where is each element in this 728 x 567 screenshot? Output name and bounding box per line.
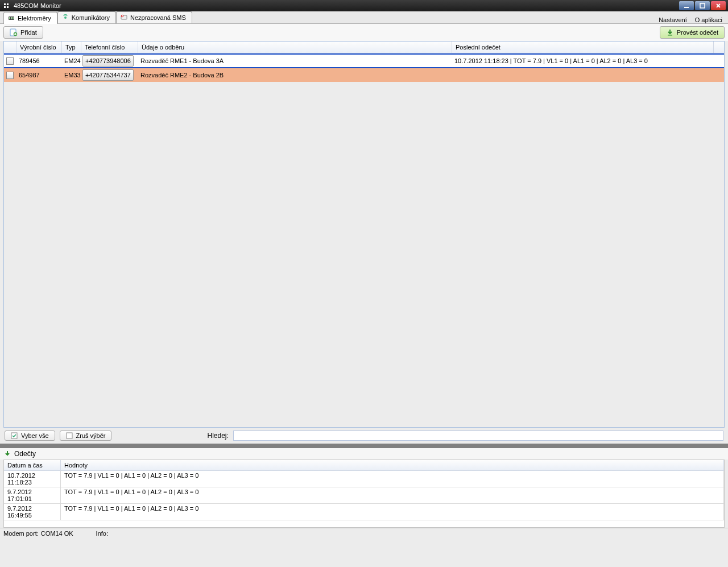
window-title: 485COM Monitor [14,2,679,9]
col-spacer [714,42,724,53]
menu-bar: Nastavení O aplikaci [659,16,728,23]
svg-point-6 [64,16,67,19]
tab-komunikatory[interactable]: Komunikátory [57,11,116,23]
do-reading-button[interactable]: Provést odečet [660,26,725,39]
checkbox-icon[interactable] [6,57,14,65]
select-all-button[interactable]: Vyber vše [5,431,55,441]
readings-header: Odečty [0,448,728,460]
meters-grid: Výrobní číslo Typ Telefonní číslo Údaje … [3,41,725,428]
clear-selection-label: Zruš výběr [76,432,106,439]
tab-bar: Elektroměry Komunikátory Nezpracovaná SM… [0,11,728,24]
cell-datetime: 9.7.2012 17:01:01 [4,487,61,503]
col-serial[interactable]: Výrobní číslo [16,42,62,53]
cell-info: Rozvaděč RME2 - Budova 2B [138,68,452,82]
svg-rect-5 [13,17,14,19]
download-icon [3,450,11,458]
svg-rect-4 [11,17,12,19]
tab-label: Komunikátory [72,14,110,21]
cell-serial: 789456 [16,55,62,67]
svg-rect-3 [9,17,10,19]
status-modem-label: Modem port: [3,530,39,537]
select-all-label: Vyber vše [21,432,49,439]
cell-info: Rozvaděč RME1 - Budova 3A [138,55,452,67]
add-button[interactable]: Přidat [3,26,43,39]
search-label: Hledej: [207,432,228,440]
col-last-reading[interactable]: Poslední odečet [452,42,714,53]
add-button-label: Přidat [20,29,37,36]
menu-about[interactable]: O aplikaci [695,16,722,23]
svg-rect-13 [67,433,72,438]
readings-title: Odečty [14,450,36,458]
tab-label: Elektroměry [18,15,51,22]
row-checkbox-cell[interactable] [4,55,16,67]
sms-error-icon [120,14,128,22]
status-modem-value: COM14 OK [41,530,73,537]
col-phone[interactable]: Telefonní číslo [81,42,138,53]
cell-spacer [714,68,724,82]
meter-icon [7,14,15,22]
readings-row[interactable]: 10.7.2012 11:18:23 TOT = 7.9 | VL1 = 0 |… [4,471,724,487]
selection-bar: Vyber vše Zruš výběr Hledej: [0,428,728,444]
cell-datetime: 10.7.2012 11:18:23 [4,471,61,487]
readings-row[interactable]: 9.7.2012 17:01:01 TOT = 7.9 | VL1 = 0 | … [4,487,724,504]
app-icon [2,2,10,10]
toolbar: Přidat Provést odečet [0,24,728,41]
phone-button[interactable]: +420775344737 [82,69,134,81]
row-checkbox-cell[interactable] [4,68,16,82]
search-input[interactable] [233,431,723,441]
tab-label: Nezpracovaná SMS [130,14,186,21]
cell-phone: +420775344737 [81,68,138,82]
status-bar: Modem port: COM14 OK Info: [0,528,728,539]
tab-elektromery[interactable]: Elektroměry [3,12,57,24]
col-type[interactable]: Typ [62,42,81,53]
maximize-button[interactable] [695,1,710,10]
antenna-icon [61,14,69,22]
cell-datetime: 9.7.2012 16:49:55 [4,504,61,520]
titlebar: 485COM Monitor [0,0,728,11]
cell-last: 10.7.2012 11:18:23 | TOT = 7.9 | VL1 = 0… [452,55,714,67]
cell-values: TOT = 7.9 | VL1 = 0 | AL1 = 0 | AL2 = 0 … [61,504,724,520]
grid-header: Výrobní číslo Typ Telefonní číslo Údaje … [4,42,724,53]
svg-rect-0 [684,7,689,8]
checkbox-icon[interactable] [6,72,14,79]
download-icon [666,28,674,36]
svg-rect-11 [668,35,672,36]
col-values[interactable]: Hodnoty [61,460,724,470]
tab-nezpracovana-sms[interactable]: Nezpracovaná SMS [116,11,192,23]
readings-grid: Datum a čas Hodnoty 10.7.2012 11:18:23 T… [3,460,725,528]
panel-divider[interactable] [0,444,728,448]
cell-serial: 654987 [16,68,62,82]
clear-selection-button[interactable]: Zruš výběr [60,431,112,441]
cell-phone: +420773948006 [81,55,138,67]
check-icon [11,432,18,439]
col-info[interactable]: Údaje o odběru [138,42,452,53]
grid-body: 789456 EM24 +420773948006 Rozvaděč RME1 … [4,53,724,427]
cell-spacer [714,55,724,67]
do-reading-label: Provést odečet [677,29,718,36]
cell-values: TOT = 7.9 | VL1 = 0 | AL1 = 0 | AL2 = 0 … [61,471,724,487]
svg-rect-1 [700,3,705,8]
readings-row[interactable]: 9.7.2012 16:49:55 TOT = 7.9 | VL1 = 0 | … [4,504,724,520]
cell-type: EM24 [62,55,81,67]
cell-type: EM33 [62,68,81,82]
status-info-label: Info: [96,530,108,537]
table-row[interactable]: 789456 EM24 +420773948006 Rozvaděč RME1 … [4,55,724,68]
add-icon [10,28,18,36]
minimize-button[interactable] [679,1,694,10]
close-button[interactable] [711,1,726,10]
readings-header-row: Datum a čas Hodnoty [4,460,724,471]
empty-check-icon [66,432,73,439]
table-row[interactable]: 654987 EM33 +420775344737 Rozvaděč RME2 … [4,68,724,82]
phone-button[interactable]: +420773948006 [82,55,134,67]
menu-settings[interactable]: Nastavení [659,16,687,23]
cell-values: TOT = 7.9 | VL1 = 0 | AL1 = 0 | AL2 = 0 … [61,487,724,503]
col-checkbox[interactable] [4,42,16,53]
col-datetime[interactable]: Datum a čas [4,460,61,470]
cell-last [452,68,714,82]
